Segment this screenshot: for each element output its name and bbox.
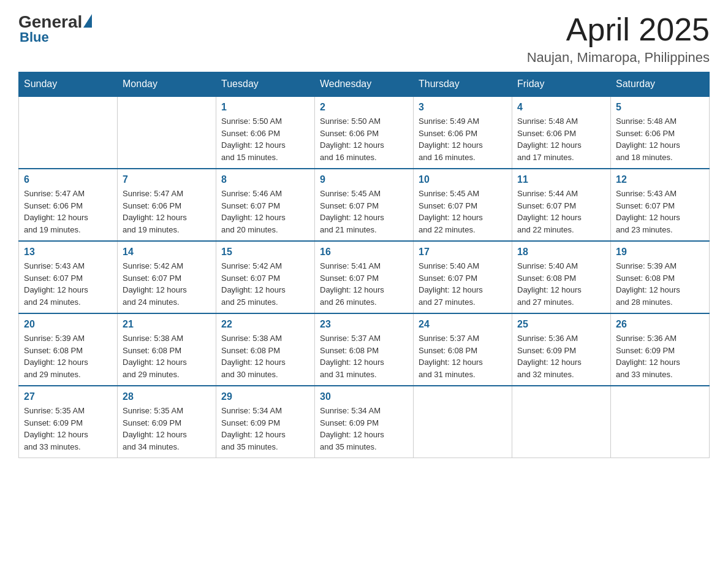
day-number: 15 (221, 247, 309, 258)
day-number: 6 (24, 174, 112, 185)
day-number: 7 (123, 174, 211, 185)
day-info: Sunrise: 5:45 AMSunset: 6:07 PMDaylight:… (419, 188, 507, 236)
day-number: 10 (419, 174, 507, 185)
day-info: Sunrise: 5:34 AMSunset: 6:09 PMDaylight:… (221, 405, 309, 453)
calendar-cell: 13Sunrise: 5:43 AMSunset: 6:07 PMDayligh… (19, 241, 118, 313)
calendar-cell: 18Sunrise: 5:40 AMSunset: 6:08 PMDayligh… (512, 241, 611, 313)
day-info: Sunrise: 5:40 AMSunset: 6:07 PMDaylight:… (419, 260, 507, 308)
day-info: Sunrise: 5:42 AMSunset: 6:07 PMDaylight:… (221, 260, 309, 308)
day-info: Sunrise: 5:43 AMSunset: 6:07 PMDaylight:… (616, 188, 704, 236)
day-info: Sunrise: 5:45 AMSunset: 6:07 PMDaylight:… (320, 188, 408, 236)
day-number: 18 (517, 247, 605, 258)
calendar-header-row: SundayMondayTuesdayWednesdayThursdayFrid… (19, 72, 710, 97)
calendar-cell: 24Sunrise: 5:37 AMSunset: 6:08 PMDayligh… (414, 313, 512, 386)
day-number: 14 (123, 247, 211, 258)
calendar-table: SundayMondayTuesdayWednesdayThursdayFrid… (18, 72, 710, 458)
day-number: 21 (123, 319, 211, 330)
calendar-cell (512, 386, 611, 458)
day-number: 11 (517, 174, 605, 185)
calendar-header-sunday: Sunday (19, 72, 118, 97)
calendar-week-row-2: 6Sunrise: 5:47 AMSunset: 6:06 PMDaylight… (19, 169, 710, 241)
day-info: Sunrise: 5:46 AMSunset: 6:07 PMDaylight:… (221, 188, 309, 236)
calendar-cell: 4Sunrise: 5:48 AMSunset: 6:06 PMDaylight… (512, 96, 611, 169)
day-number: 16 (320, 247, 408, 258)
day-number: 5 (616, 102, 704, 113)
day-info: Sunrise: 5:41 AMSunset: 6:07 PMDaylight:… (320, 260, 408, 308)
day-number: 1 (221, 102, 309, 113)
day-number: 8 (221, 174, 309, 185)
calendar-cell (611, 386, 710, 458)
day-number: 19 (616, 247, 704, 258)
calendar-cell: 26Sunrise: 5:36 AMSunset: 6:09 PMDayligh… (611, 313, 710, 386)
calendar-cell: 30Sunrise: 5:34 AMSunset: 6:09 PMDayligh… (315, 386, 414, 458)
calendar-header-saturday: Saturday (611, 72, 710, 97)
logo: General Blue (18, 12, 92, 45)
calendar-week-row-3: 13Sunrise: 5:43 AMSunset: 6:07 PMDayligh… (19, 241, 710, 313)
day-info: Sunrise: 5:37 AMSunset: 6:08 PMDaylight:… (419, 332, 507, 380)
page-header: General Blue April 2025 Naujan, Mimaropa… (18, 12, 710, 66)
calendar-cell: 15Sunrise: 5:42 AMSunset: 6:07 PMDayligh… (216, 241, 315, 313)
day-number: 29 (221, 391, 309, 402)
day-info: Sunrise: 5:47 AMSunset: 6:06 PMDaylight:… (123, 188, 211, 236)
day-info: Sunrise: 5:48 AMSunset: 6:06 PMDaylight:… (616, 115, 704, 163)
calendar-cell: 19Sunrise: 5:39 AMSunset: 6:08 PMDayligh… (611, 241, 710, 313)
calendar-cell: 12Sunrise: 5:43 AMSunset: 6:07 PMDayligh… (611, 169, 710, 241)
calendar-cell: 5Sunrise: 5:48 AMSunset: 6:06 PMDaylight… (611, 96, 710, 169)
day-number: 30 (320, 391, 408, 402)
calendar-cell: 1Sunrise: 5:50 AMSunset: 6:06 PMDaylight… (216, 96, 315, 169)
day-info: Sunrise: 5:44 AMSunset: 6:07 PMDaylight:… (517, 188, 605, 236)
day-info: Sunrise: 5:34 AMSunset: 6:09 PMDaylight:… (320, 405, 408, 453)
day-info: Sunrise: 5:35 AMSunset: 6:09 PMDaylight:… (123, 405, 211, 453)
day-number: 12 (616, 174, 704, 185)
day-info: Sunrise: 5:49 AMSunset: 6:06 PMDaylight:… (419, 115, 507, 163)
logo-triangle-icon (83, 14, 92, 28)
day-info: Sunrise: 5:48 AMSunset: 6:06 PMDaylight:… (517, 115, 605, 163)
day-info: Sunrise: 5:50 AMSunset: 6:06 PMDaylight:… (221, 115, 309, 163)
calendar-cell: 14Sunrise: 5:42 AMSunset: 6:07 PMDayligh… (118, 241, 216, 313)
calendar-cell: 2Sunrise: 5:50 AMSunset: 6:06 PMDaylight… (315, 96, 414, 169)
day-info: Sunrise: 5:39 AMSunset: 6:08 PMDaylight:… (616, 260, 704, 308)
title-section: April 2025 Naujan, Mimaropa, Philippines (527, 12, 710, 66)
day-info: Sunrise: 5:38 AMSunset: 6:08 PMDaylight:… (123, 332, 211, 380)
calendar-cell (414, 386, 512, 458)
calendar-cell (118, 96, 216, 169)
day-number: 13 (24, 247, 112, 258)
calendar-cell: 10Sunrise: 5:45 AMSunset: 6:07 PMDayligh… (414, 169, 512, 241)
day-info: Sunrise: 5:43 AMSunset: 6:07 PMDaylight:… (24, 260, 112, 308)
day-number: 9 (320, 174, 408, 185)
calendar-cell: 16Sunrise: 5:41 AMSunset: 6:07 PMDayligh… (315, 241, 414, 313)
calendar-cell: 22Sunrise: 5:38 AMSunset: 6:08 PMDayligh… (216, 313, 315, 386)
calendar-cell: 17Sunrise: 5:40 AMSunset: 6:07 PMDayligh… (414, 241, 512, 313)
day-number: 22 (221, 319, 309, 330)
calendar-header-monday: Monday (118, 72, 216, 97)
day-number: 28 (123, 391, 211, 402)
day-number: 17 (419, 247, 507, 258)
day-info: Sunrise: 5:39 AMSunset: 6:08 PMDaylight:… (24, 332, 112, 380)
day-info: Sunrise: 5:36 AMSunset: 6:09 PMDaylight:… (517, 332, 605, 380)
calendar-cell: 11Sunrise: 5:44 AMSunset: 6:07 PMDayligh… (512, 169, 611, 241)
calendar-week-row-1: 1Sunrise: 5:50 AMSunset: 6:06 PMDaylight… (19, 96, 710, 169)
calendar-header-wednesday: Wednesday (315, 72, 414, 97)
calendar-cell (19, 96, 118, 169)
calendar-cell: 6Sunrise: 5:47 AMSunset: 6:06 PMDaylight… (19, 169, 118, 241)
calendar-week-row-4: 20Sunrise: 5:39 AMSunset: 6:08 PMDayligh… (19, 313, 710, 386)
calendar-header-friday: Friday (512, 72, 611, 97)
calendar-header-tuesday: Tuesday (216, 72, 315, 97)
calendar-cell: 20Sunrise: 5:39 AMSunset: 6:08 PMDayligh… (19, 313, 118, 386)
calendar-week-row-5: 27Sunrise: 5:35 AMSunset: 6:09 PMDayligh… (19, 386, 710, 458)
day-number: 24 (419, 319, 507, 330)
day-number: 3 (419, 102, 507, 113)
calendar-cell: 7Sunrise: 5:47 AMSunset: 6:06 PMDaylight… (118, 169, 216, 241)
day-number: 26 (616, 319, 704, 330)
day-info: Sunrise: 5:35 AMSunset: 6:09 PMDaylight:… (24, 405, 112, 453)
day-number: 23 (320, 319, 408, 330)
logo-blue-text: Blue (20, 29, 49, 45)
day-number: 25 (517, 319, 605, 330)
day-number: 20 (24, 319, 112, 330)
calendar-cell: 21Sunrise: 5:38 AMSunset: 6:08 PMDayligh… (118, 313, 216, 386)
day-info: Sunrise: 5:47 AMSunset: 6:06 PMDaylight:… (24, 188, 112, 236)
day-info: Sunrise: 5:37 AMSunset: 6:08 PMDaylight:… (320, 332, 408, 380)
day-info: Sunrise: 5:50 AMSunset: 6:06 PMDaylight:… (320, 115, 408, 163)
day-number: 27 (24, 391, 112, 402)
calendar-cell: 29Sunrise: 5:34 AMSunset: 6:09 PMDayligh… (216, 386, 315, 458)
